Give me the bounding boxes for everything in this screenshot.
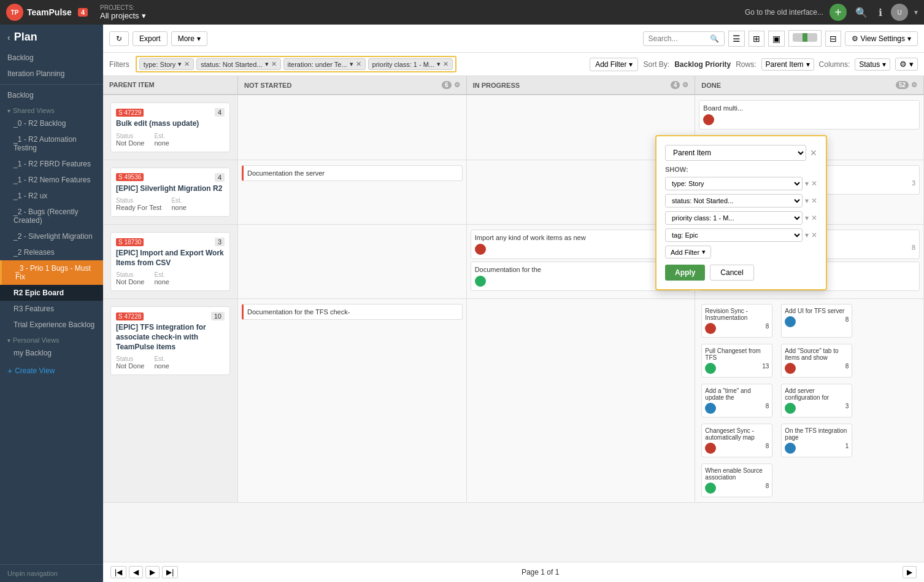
search-button[interactable]: 🔍 [853, 4, 870, 21]
remove-type-filter[interactable]: ✕ [184, 60, 190, 68]
popup-filter-row-0: type: Story ▾ ✕ [665, 177, 817, 190]
search-icon: 🔍 [710, 34, 719, 43]
refresh-button[interactable]: ↻ [109, 31, 129, 46]
card[interactable]: Revision Sync - Instrumentation 8 [701, 304, 772, 338]
card[interactable]: Add a "time" and update the 8 [701, 384, 772, 417]
page-first-btn[interactable]: |◀ [110, 566, 126, 578]
popup-show-label: SHOW: [665, 166, 817, 173]
page-prev-btn[interactable]: ◀ [129, 566, 143, 578]
export-button[interactable]: Export [133, 31, 167, 46]
notification-badge[interactable]: 4 [78, 8, 88, 17]
view-btn-4[interactable] [788, 30, 822, 47]
card[interactable]: Changeset Sync - automatically map 8 [701, 424, 772, 457]
board-area: Parent Item Not Started 6 ⚙ In Progress … [103, 76, 924, 582]
popup-filter-select-3[interactable]: tag: Epic [665, 228, 803, 242]
create-view-btn[interactable]: + Create View [0, 361, 103, 381]
more-button[interactable]: More ▾ [171, 31, 207, 46]
popup-remove-filter-0[interactable]: ▾ [805, 179, 809, 188]
popup-remove-filter-2[interactable]: ▾ [805, 214, 809, 222]
board-settings-btn[interactable]: ⚙ ▾ [895, 58, 918, 71]
sidebar-item-iteration-planning[interactable]: Iteration Planning [0, 66, 103, 82]
popup-close-filter-3[interactable]: ✕ [811, 231, 817, 239]
add-button[interactable]: + [830, 4, 847, 21]
sidebar-item-r2-automation[interactable]: _1 - R2 Automation Testing [0, 131, 103, 156]
popup-title-select[interactable]: Parent Item [665, 145, 806, 161]
sidebar-item-r2-backlog[interactable]: _0 - R2 Backlog [0, 115, 103, 131]
card[interactable]: Documentation the server [242, 165, 463, 181]
page-last-btn[interactable]: ▶| [162, 566, 178, 578]
avatar [703, 114, 714, 125]
unpin-navigation[interactable]: Unpin navigation [0, 564, 103, 582]
popup-apply-btn[interactable]: Apply [665, 265, 705, 281]
done-gear-icon[interactable]: ⚙ [911, 81, 917, 89]
grid-view-btn[interactable]: ⊞ [749, 31, 764, 47]
filter-chip-status[interactable]: status: Not Started... ▾ ✕ [196, 58, 280, 70]
card[interactable]: Add server configuration for 3 [781, 384, 852, 417]
view-btn-3[interactable]: ▣ [768, 31, 785, 47]
popup-cancel-btn[interactable]: Cancel [710, 265, 753, 281]
sidebar-item-r2-ux[interactable]: _1 - R2 ux [0, 188, 103, 204]
filter-chip-type[interactable]: type: Story ▾ ✕ [139, 58, 194, 70]
page-next-btn[interactable]: ▶ [145, 566, 160, 578]
sidebar-item-trial-experience[interactable]: Trial Experience Backlog [0, 317, 103, 333]
remove-status-filter[interactable]: ✕ [271, 60, 277, 68]
cols-value-button[interactable]: Status ▾ [855, 58, 890, 71]
old-interface-link[interactable]: Go to the old interface... [745, 8, 823, 17]
not-started-gear-icon[interactable]: ⚙ [454, 81, 460, 89]
sidebar-item-r2-fbrd[interactable]: _1 - R2 FBRD Features [0, 156, 103, 172]
back-arrow-icon[interactable]: ‹ [7, 33, 10, 42]
popup-add-filter-btn[interactable]: Add Filter ▾ [665, 246, 711, 258]
sidebar-item-r2-epic-board[interactable]: R2 Epic Board [0, 285, 103, 301]
add-filter-button[interactable]: Add Filter ▾ [590, 58, 638, 71]
popup-close-btn[interactable]: ✕ [810, 148, 817, 158]
popup-close-filter-2[interactable]: ✕ [811, 214, 817, 222]
sidebar-item-r2-nemo[interactable]: _1 - R2 Nemo Features [0, 172, 103, 188]
popup-filter-select-1[interactable]: status: Not Started... [665, 194, 803, 208]
project-select[interactable]: All projects ▾ [100, 11, 146, 20]
parent-card-0[interactable]: S 47229 4 Bulk edit (mass update) Status… [110, 103, 230, 152]
search-input[interactable] [649, 34, 710, 43]
card[interactable]: When enable Source association 8 [701, 464, 772, 497]
list-view-btn[interactable]: ☰ [728, 31, 745, 47]
parent-cell-2: S 18730 3 [EPIC] Import and Export Work … [103, 225, 238, 298]
parent-card-1[interactable]: S 49536 4 [EPIC] Silverlight Migration R… [110, 168, 230, 217]
info-button[interactable]: ℹ [876, 4, 885, 21]
user-avatar[interactable]: U [891, 4, 908, 21]
popup-remove-filter-1[interactable]: ▾ [805, 196, 809, 205]
header-done: Done 52 ⚙ [695, 76, 924, 94]
popup-remove-filter-3[interactable]: ▾ [805, 231, 809, 239]
popup-filter-select-2[interactable]: priority class: 1 - M... [665, 211, 803, 225]
remove-priority-filter[interactable]: ✕ [443, 60, 449, 68]
sidebar-item-bugs-recently[interactable]: _2 - Bugs (Recently Created) [0, 204, 103, 228]
filter-chip-priority[interactable]: priority class: 1 - M... ▾ ✕ [368, 58, 453, 70]
card[interactable]: On the TFS integration page 1 [781, 424, 852, 457]
parent-card-3[interactable]: S 47228 10 [EPIC] TFS integration for as… [110, 306, 230, 375]
popup-close-filter-0[interactable]: ✕ [811, 179, 817, 188]
sidebar-item-backlog-sub[interactable]: Backlog [0, 87, 103, 103]
filter-chip-iteration[interactable]: iteration: under Te... ▾ ✕ [283, 58, 366, 70]
popup-close-filter-1[interactable]: ✕ [811, 196, 817, 205]
in-progress-gear-icon[interactable]: ⚙ [682, 81, 688, 89]
remove-iteration-filter[interactable]: ✕ [356, 60, 361, 68]
page-right-btn[interactable]: ▶ [903, 566, 917, 578]
sidebar-item-prio1-bugs[interactable]: _3 - Prio 1 Bugs - Must Fix [0, 260, 103, 285]
sidebar-item-backlog-top[interactable]: Backlog [0, 50, 103, 66]
sidebar-item-my-backlog[interactable]: my Backlog [0, 345, 103, 361]
card[interactable]: Add "Source" tab to items and show 8 [781, 344, 852, 378]
card[interactable]: Add UI for TFS server 8 [781, 304, 852, 338]
app-name: TeamPulse [27, 7, 72, 17]
rows-value-button[interactable]: Parent Item ▾ [761, 58, 814, 71]
card[interactable]: Documentation for the TFS check- [242, 304, 463, 320]
sidebar-item-silverlight[interactable]: _2 - Silverlight Migration [0, 228, 103, 244]
view-btn-5[interactable]: ⊟ [825, 31, 841, 47]
parent-card-2[interactable]: S 18730 3 [EPIC] Import and Export Work … [110, 232, 230, 291]
view-settings-button[interactable]: ⚙ View Settings ▾ [845, 31, 918, 46]
sidebar-item-r3-features[interactable]: R3 Features [0, 301, 103, 317]
card[interactable]: Board multi... [699, 100, 920, 130]
popup-filter-row-3: tag: Epic ▾ ✕ [665, 228, 817, 242]
sidebar-item-releases[interactable]: _2 Releases [0, 244, 103, 260]
popup-filter-select-0[interactable]: type: Story [665, 177, 803, 190]
logo-icon: TP [6, 4, 23, 21]
sidebar-header: ‹ Plan [0, 25, 103, 50]
card[interactable]: Pull Changeset from TFS 13 [701, 344, 772, 378]
